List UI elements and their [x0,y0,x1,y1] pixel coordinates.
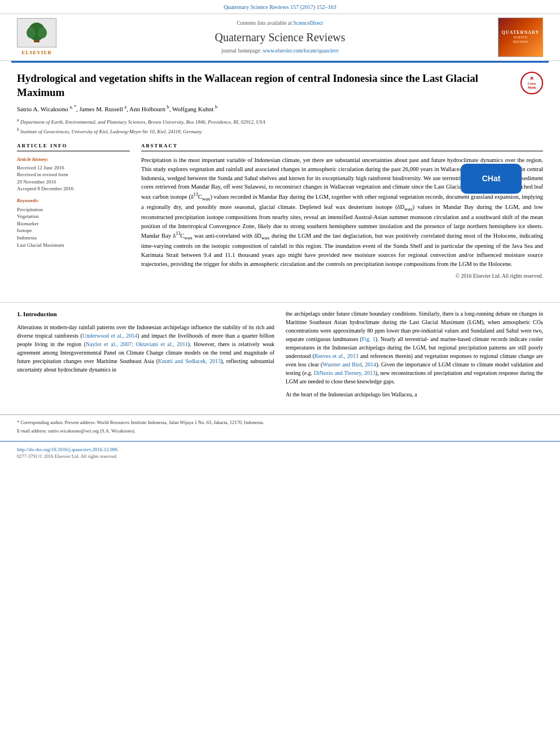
info-abstract-section: ARTICLE INFO Article history: Received 1… [17,142,543,280]
elsevier-logo-image [17,18,56,47]
footer-issn: 0277-3791/© 2016 Elsevier Ltd. All right… [17,453,543,460]
article-info-label: ARTICLE INFO [17,142,130,151]
keywords-section: Keywords: Precipitation Vegetation Bioma… [17,197,130,248]
footnote-email: E-mail address: satrio.wicaksono@wri.org… [17,428,543,435]
keyword-vegetation: Vegetation [17,213,130,220]
received-date: Received 12 June 2016 [17,164,130,172]
ref-naylor[interactable]: Naylor et al., 2007; Oktaviani et al., 2… [86,341,188,347]
svg-point-2 [27,27,36,38]
article-dates: Received 12 June 2016 Received in revise… [17,164,130,193]
intro-para-2: the archipelago under future climate bou… [286,309,543,386]
article-info-panel: ARTICLE INFO Article history: Received 1… [17,142,130,280]
journal-header: ELSEVIER Contents lists available at Sci… [0,14,560,61]
affiliation-b: b Institute of Geosciences, University o… [17,126,543,136]
crossmark-badge: ✕ CrossMark [520,72,543,94]
journal-center-block: Contents lists available at ScienceDirec… [62,20,498,55]
keyword-precipitation: Precipitation [17,206,130,213]
homepage-line: journal homepage: www.elsevier.com/locat… [62,47,498,55]
keyword-lgm: Last Glacial Maximum [17,242,130,249]
revised-label: Received in revised form [17,171,130,178]
body-divider [0,302,560,303]
journal-citation: Quaternary Science Reviews 157 (2017) 15… [0,0,560,14]
contents-line: Contents lists available at ScienceDirec… [62,20,498,27]
revised-date: 29 November 2016 [17,178,130,186]
abstract-label: ABSTRACT [141,142,543,151]
ref-knutti[interactable]: Knutti and Sedlacek, 2013 [158,358,221,364]
copyright-line: © 2016 Elsevier Ltd. All rights reserved… [141,273,543,280]
chat-button[interactable]: CHat [461,164,522,194]
history-label: Article history: [17,156,130,163]
footer-bar: http://dx.doi.org/10.1016/j.quascirev.20… [0,441,560,464]
accepted-date: Accepted 8 December 2016 [17,185,130,193]
ref-underwood[interactable]: Underwood et al., 2014 [82,333,137,339]
article-title: Hydrological and vegetation shifts in th… [17,72,512,99]
ref-fig1[interactable]: Fig. 1 [362,336,375,342]
body-col-right: the archipelago under future climate bou… [286,309,543,403]
article-history-group: Article history: Received 12 June 2016 R… [17,156,130,193]
svg-point-3 [38,27,47,38]
ref-reeves[interactable]: Reeves et al., 2013 [314,353,358,359]
footer-doi: http://dx.doi.org/10.1016/j.quascirev.20… [17,445,543,453]
intro-para-3: At the heart of the Indonesian archipela… [286,390,543,399]
chat-label: CHat [482,173,501,185]
keyword-indonesia: Indonesia [17,234,130,242]
keyword-isotope: Isotope [17,227,130,234]
journal-title: Quaternary Science Reviews [62,29,498,45]
homepage-link[interactable]: www.elsevier.com/locate/quascirev [262,48,338,54]
citation-text: Quaternary Science Reviews 157 (2017) 15… [224,4,336,10]
crossmark-label: ✕ CrossMark [528,76,536,89]
body-col-left: 1. Introduction Alterations in modern-da… [17,309,274,403]
journal-logo-image: QUATERNARY SCIENCE REVIEWS [498,18,543,57]
affiliation-a: a Department of Earth, Environmental, an… [17,117,543,126]
elsevier-logo-block: ELSEVIER [11,18,62,56]
footnote-corresponding: * Corresponding author. Present address:… [17,420,543,426]
keyword-biomarker: Biomarker [17,220,130,228]
affiliations-block: a Department of Earth, Environmental, an… [17,117,543,136]
author-1: Satrio A. Wicaksono a, *, James M. Russe… [17,106,217,112]
intro-heading: 1. Introduction [17,309,274,319]
authors-line: Satrio A. Wicaksono a, *, James M. Russe… [17,104,543,113]
ref-wurster[interactable]: Wurster and Bird, 2014 [322,361,376,368]
doi-link[interactable]: http://dx.doi.org/10.1016/j.quascirev.20… [17,447,118,452]
ref-dinezio[interactable]: DiNezio and Tierney, 2013 [314,370,375,376]
elsevier-brand-name: ELSEVIER [21,49,52,56]
sciencedirect-link[interactable]: ScienceDirect [293,20,323,26]
article-title-section: Hydrological and vegetation shifts in th… [17,72,543,99]
body-text-section: 1. Introduction Alterations in modern-da… [0,309,560,414]
intro-para-1: Alterations in modern-day rainfall patte… [17,323,274,374]
keywords-label: Keywords: [17,197,130,204]
footnotes-section: * Corresponding author. Present address:… [0,414,560,441]
